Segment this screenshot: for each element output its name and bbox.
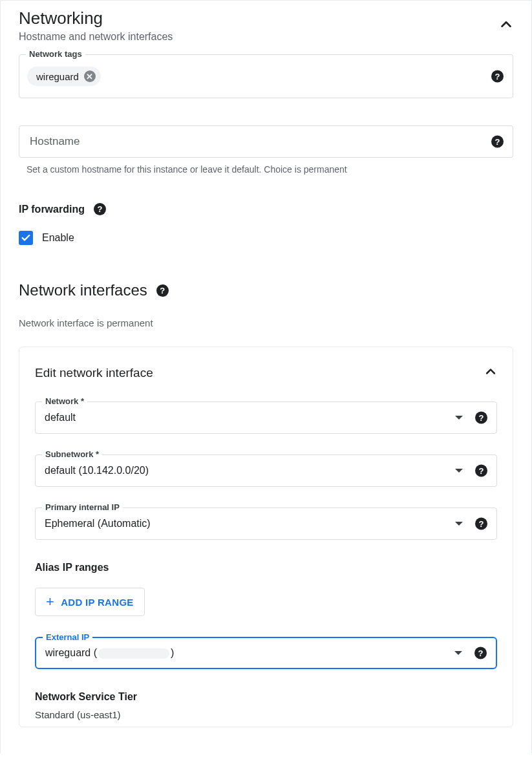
edit-network-interface-card: Edit network interface Network * default… (19, 347, 513, 727)
hostname-field[interactable]: ? (19, 125, 513, 158)
help-icon[interactable]: ? (475, 465, 487, 477)
chip-text: wireguard (36, 71, 79, 82)
help-icon[interactable]: ? (491, 136, 504, 148)
help-icon[interactable]: ? (491, 70, 504, 83)
chevron-down-icon (455, 522, 463, 526)
card-header[interactable]: Edit network interface (35, 365, 497, 381)
chevron-up-icon[interactable] (484, 365, 497, 381)
hostname-input[interactable] (28, 134, 476, 149)
network-interfaces-heading: Network interfaces ? (19, 281, 513, 299)
help-icon[interactable]: ? (475, 412, 487, 424)
chevron-up-icon[interactable] (499, 17, 513, 34)
primary-internal-ip-select[interactable]: Primary internal IP Ephemeral (Automatic… (35, 508, 497, 540)
card-title: Edit network interface (35, 366, 153, 380)
network-service-tier-value: Standard (us-east1) (35, 709, 497, 720)
chevron-down-icon (455, 416, 463, 420)
subnetwork-label: Subnetwork * (42, 449, 102, 459)
redacted-ip (98, 648, 169, 659)
primary-ip-label: Primary internal IP (42, 502, 123, 512)
network-service-tier-label: Network Service Tier (35, 691, 497, 703)
chip-remove-icon[interactable]: ✕ (84, 70, 96, 82)
chevron-down-icon (455, 469, 463, 473)
external-ip-value: wireguard () (45, 647, 174, 659)
help-icon[interactable]: ? (474, 647, 487, 659)
section-subtitle: Hostname and network interfaces (19, 31, 173, 43)
section-title: Networking (19, 8, 173, 28)
help-icon[interactable]: ? (156, 284, 169, 297)
interfaces-permanent-text: Network interface is permanent (19, 317, 513, 328)
alias-ip-ranges-label: Alias IP ranges (35, 562, 497, 573)
checkbox-checked-icon[interactable] (19, 231, 33, 245)
ip-forwarding-label: IP forwarding (19, 204, 85, 215)
network-tags-field[interactable]: Network tags wireguard ✕ ? (19, 54, 513, 98)
external-ip-label: External IP (43, 632, 92, 642)
ip-forwarding-enable-row[interactable]: Enable (19, 231, 513, 245)
networking-section-header[interactable]: Networking Hostname and network interfac… (19, 8, 513, 43)
hostname-helper: Set a custom hostname for this instance … (27, 164, 513, 175)
network-tags-label: Network tags (26, 49, 85, 59)
add-ip-range-label: ADD IP RANGE (61, 597, 134, 608)
chevron-down-icon (454, 651, 462, 655)
enable-label: Enable (42, 232, 74, 244)
external-ip-select[interactable]: External IP wireguard () ? (35, 637, 497, 669)
help-icon[interactable]: ? (475, 518, 487, 530)
primary-ip-value: Ephemeral (Automatic) (45, 518, 151, 529)
subnetwork-value: default (10.142.0.0/20) (45, 465, 149, 476)
subnetwork-select[interactable]: Subnetwork * default (10.142.0.0/20) ? (35, 454, 497, 487)
plus-icon: + (46, 595, 54, 609)
ip-forwarding-label-row: IP forwarding ? (19, 203, 513, 215)
add-ip-range-button[interactable]: + ADD IP RANGE (35, 588, 145, 616)
network-value: default (45, 412, 76, 423)
help-icon[interactable]: ? (94, 203, 106, 215)
network-label: Network * (42, 396, 87, 406)
network-tag-chip: wireguard ✕ (27, 67, 101, 86)
network-select[interactable]: Network * default ? (35, 401, 497, 434)
